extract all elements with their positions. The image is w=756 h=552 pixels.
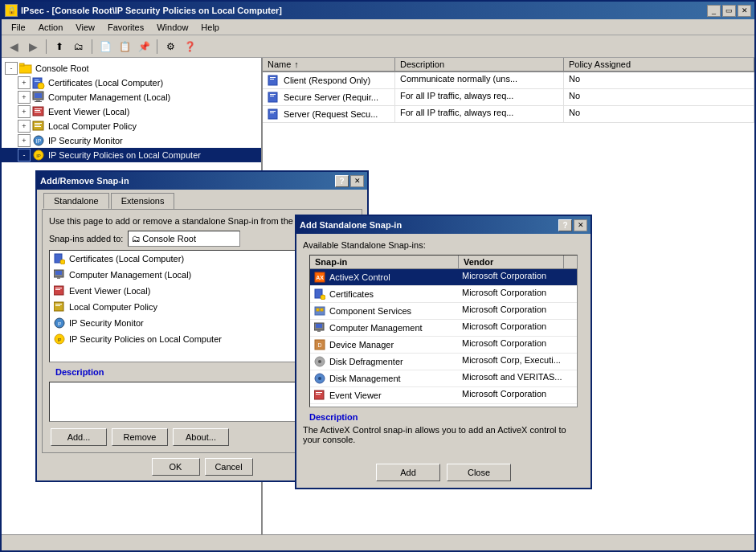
standalone-row-device-manager[interactable]: D Device Manager Microsoft Corporation [310, 337, 577, 354]
remove-button[interactable]: Remove [112, 428, 168, 446]
properties-button[interactable]: ⚙ [161, 38, 179, 55]
standalone-row-computer-management[interactable]: Computer Management Microsoft Corporatio… [310, 320, 577, 337]
snapins-target-dropdown[interactable]: 🗂 Console Root [128, 231, 240, 247]
dialog-close-button[interactable]: ✕ [350, 175, 364, 187]
standalone-row-disk-management[interactable]: Disk Management Microsoft and VERITAS... [310, 370, 577, 387]
svg-rect-28 [268, 109, 277, 119]
svg-rect-38 [55, 289, 60, 290]
menu-help[interactable]: Help [194, 21, 226, 34]
paste-button[interactable]: 📌 [135, 38, 153, 55]
tree-item-console-root[interactable]: - Console Root [2, 61, 261, 76]
svg-point-5 [38, 83, 44, 89]
svg-rect-15 [35, 123, 42, 124]
back-button[interactable]: ◀ [5, 38, 22, 55]
snapin-label: Event Viewer (Local) [69, 286, 150, 296]
svg-rect-7 [35, 93, 42, 98]
col-header-description[interactable]: Description [395, 58, 564, 71]
svg-text:AX: AX [316, 275, 324, 280]
event-snap-icon [313, 389, 326, 402]
standalone-row-disk-defrag[interactable]: Disk Defragmenter Microsoft Corp, Execut… [310, 354, 577, 370]
svg-rect-23 [270, 77, 276, 78]
show-hide-tree[interactable]: 🗂 [70, 38, 88, 55]
list-row[interactable]: Client (Respond Only) Communicate normal… [263, 72, 754, 89]
standalone-snapin-list[interactable]: Snap-in Vendor AX ActiveX Control [309, 255, 578, 407]
restore-button[interactable]: ▭ [722, 5, 736, 17]
menu-favorites[interactable]: Favorites [101, 21, 150, 34]
standalone-description-section: Description The ActiveX Control snap-in … [303, 412, 584, 454]
dialog-addremove-titlebar: Add/Remove Snap-in ? ✕ [37, 172, 367, 190]
export-list-button[interactable]: 📄 [96, 38, 114, 55]
tab-extensions[interactable]: Extensions [111, 193, 175, 209]
folder-icon [19, 62, 32, 75]
add-button[interactable]: Add... [51, 428, 107, 446]
tree-item-computer-management[interactable]: + Computer Management (Local) [2, 90, 261, 104]
svg-rect-9 [35, 101, 42, 102]
svg-rect-12 [35, 110, 40, 111]
disk-management-icon [313, 372, 326, 385]
col-header-name[interactable]: Name ↑ [263, 58, 395, 71]
standalone-row-folder[interactable]: Folder Microsoft Corporation [310, 404, 577, 407]
toolbar-separator-3 [157, 39, 157, 54]
ok-button[interactable]: OK [152, 458, 200, 476]
dialog-standalone-controls: ? ✕ [558, 219, 587, 231]
event-list-icon [53, 284, 66, 297]
svg-rect-16 [35, 125, 40, 125]
policy-row-icon [268, 91, 280, 104]
dialog-help-button[interactable]: ? [335, 175, 349, 187]
dialog-standalone-title: Add Standalone Snap-in [300, 220, 402, 230]
expand-certificates-icon[interactable]: + [18, 76, 31, 89]
forward-button[interactable]: ▶ [24, 38, 42, 55]
tab-standalone[interactable]: Standalone [43, 193, 109, 209]
col-header-policy-assigned[interactable]: Policy Assigned [564, 58, 754, 71]
expand-icon[interactable]: - [5, 62, 18, 75]
cell-description: For all IP traffic, always req... [395, 106, 564, 122]
tree-label-console-root: Console Root [35, 63, 89, 73]
list-row[interactable]: Server (Request Secu... For all IP traff… [263, 106, 754, 123]
computer-list-icon [53, 268, 66, 281]
menu-action[interactable]: Action [32, 21, 70, 34]
copy-button[interactable]: 📋 [116, 38, 133, 55]
help-toolbar-button[interactable]: ❓ [181, 38, 198, 55]
app-icon: 🔒 [5, 4, 18, 17]
policy-list-icon [53, 301, 66, 313]
tree-item-event-viewer[interactable]: + Event Viewer (Local) [2, 104, 261, 119]
activex-icon: AX [313, 271, 326, 284]
snapin-label: Computer Management (Local) [69, 270, 191, 280]
cancel-button[interactable]: Cancel [205, 458, 253, 476]
menu-view[interactable]: View [69, 21, 101, 34]
expand-policy-icon[interactable]: + [18, 120, 31, 133]
standalone-button-row: Add Close [303, 457, 584, 488]
expand-event-icon[interactable]: + [18, 105, 31, 118]
standalone-row-component-services[interactable]: Component Services Microsoft Corporation [310, 303, 577, 320]
svg-rect-29 [270, 111, 276, 112]
tree-item-ip-monitor[interactable]: + IP IP Security Monitor [2, 133, 261, 148]
tree-label-certificates: Certificates (Local Computer) [48, 78, 163, 88]
expand-monitor-icon[interactable]: + [18, 134, 31, 147]
about-button[interactable]: About... [173, 428, 229, 446]
expand-ippolicies-icon[interactable]: - [18, 149, 31, 162]
minimize-button[interactable]: _ [707, 5, 721, 17]
component-services-icon [313, 305, 326, 317]
standalone-help-button[interactable]: ? [558, 219, 572, 231]
col-snap-in[interactable]: Snap-in [310, 256, 459, 268]
menu-window[interactable]: Window [150, 21, 194, 34]
tree-item-certificates[interactable]: + Certificates (Local Computer) [2, 76, 261, 90]
standalone-row-activex[interactable]: AX ActiveX Control Microsoft Corporation [310, 269, 577, 286]
up-button[interactable]: ⬆ [51, 38, 68, 55]
menu-file[interactable]: File [5, 21, 32, 34]
tree-item-ip-policies[interactable]: - IP IP Security Policies on Local Compu… [2, 148, 261, 162]
svg-rect-11 [35, 108, 42, 109]
standalone-add-button[interactable]: Add [376, 464, 440, 481]
col-vendor[interactable]: Vendor [459, 256, 564, 268]
close-button[interactable]: ✕ [738, 5, 751, 17]
standalone-close-button[interactable]: ✕ [574, 219, 587, 231]
svg-rect-27 [270, 96, 274, 96]
tree-item-local-policy[interactable]: + Local Computer Policy [2, 119, 261, 133]
svg-rect-63 [316, 392, 322, 393]
standalone-close-button[interactable]: Close [447, 464, 511, 481]
expand-computer-icon[interactable]: + [18, 91, 31, 104]
nav-buttons: ◀ ▶ [5, 38, 42, 55]
standalone-row-event-viewer[interactable]: Event Viewer Microsoft Corporation [310, 387, 577, 404]
list-row[interactable]: Secure Server (Requir... For all IP traf… [263, 89, 754, 106]
standalone-row-certificates[interactable]: Certificates Microsoft Corporation [310, 286, 577, 303]
